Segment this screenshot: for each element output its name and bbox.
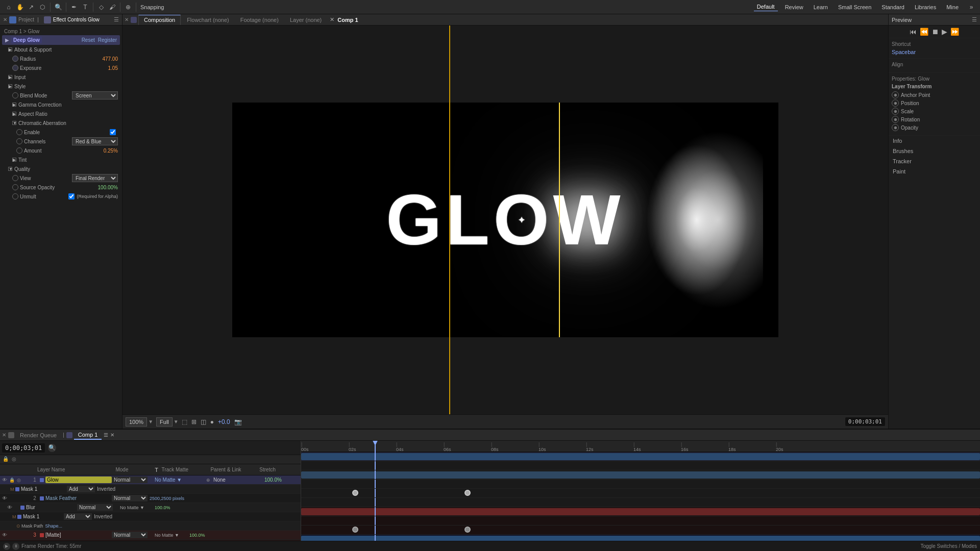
- grid-icon[interactable]: ⊞: [189, 417, 199, 427]
- timeline-solo-icon[interactable]: ◎: [10, 456, 17, 463]
- blur-name[interactable]: Blur: [26, 505, 77, 510]
- zoom-tool[interactable]: 🔍: [53, 2, 63, 12]
- channel-icon[interactable]: ●: [208, 417, 216, 427]
- layer-row-blurmask[interactable]: M Mask 1 Add Inverted: [0, 512, 301, 521]
- deep-glow-header[interactable]: ▶ Deep Glow Reset Register: [2, 35, 120, 45]
- exposure-adjust[interactable]: +0.0: [216, 417, 232, 427]
- layer-row-mask1[interactable]: M Mask 1 Add Inverted: [0, 485, 301, 494]
- workspace-default[interactable]: Default: [754, 3, 778, 11]
- l3-eye[interactable]: 👁: [1, 532, 8, 538]
- comp1-tab[interactable]: Comp 1: [74, 431, 102, 440]
- footage-tab[interactable]: Footage (none): [235, 16, 284, 24]
- exposure-value[interactable]: 1.05: [108, 65, 118, 71]
- style-row[interactable]: ▶ Style: [2, 82, 120, 91]
- quality-control[interactable]: Full: [156, 417, 173, 427]
- render-queue-tab[interactable]: Render Queue: [16, 431, 61, 439]
- comp-tab-comp1[interactable]: Composition: [138, 15, 181, 25]
- l1-name[interactable]: Glow: [45, 477, 112, 483]
- layer-row-maskpath1[interactable]: ⊙ Mask Path Shape...: [0, 521, 301, 531]
- timeline-menu[interactable]: ☰: [104, 432, 108, 438]
- search-icon[interactable]: 🔍: [48, 444, 56, 452]
- brushes-nav[interactable]: Brushes: [889, 146, 980, 156]
- mp1-shape[interactable]: Shape...: [45, 523, 63, 529]
- preview-stop-icon[interactable]: ⏹: [932, 28, 939, 36]
- preview-first-icon[interactable]: ⏮: [910, 28, 917, 36]
- blur-mode[interactable]: Normal: [77, 504, 113, 511]
- pen-tool[interactable]: ✒: [69, 2, 79, 12]
- track-matte[interactable]: [301, 507, 980, 516]
- mask1-mode[interactable]: Add: [67, 486, 95, 492]
- timeline-close[interactable]: ✕: [110, 432, 114, 438]
- enable-checkbox[interactable]: [110, 129, 116, 135]
- preview-next-icon[interactable]: ⏩: [950, 28, 959, 36]
- home-icon[interactable]: ⌂: [4, 2, 14, 12]
- comp-close-x[interactable]: ✕: [125, 17, 129, 22]
- toggle-switches-label[interactable]: Toggle Switches / Modes: [920, 543, 977, 549]
- source-opacity-value[interactable]: 100.00%: [98, 185, 118, 190]
- layer-row-matte[interactable]: 👁 3 [Matte] Normal No Matte ▼ 100.0%: [0, 531, 301, 540]
- composition-canvas[interactable]: G L O ✦ W: [232, 103, 778, 337]
- text-tool[interactable]: T: [80, 2, 90, 12]
- l3-name[interactable]: [Matte]: [45, 532, 112, 538]
- unmult-checkbox[interactable]: [68, 193, 75, 199]
- effect-controls-title[interactable]: Effect Controls Glow: [53, 17, 100, 22]
- preview-title[interactable]: Preview: [892, 17, 912, 23]
- zoom-control[interactable]: 100%: [126, 417, 147, 427]
- track-maskfeather[interactable]: [301, 470, 980, 480]
- reset-button[interactable]: Reset: [82, 37, 95, 43]
- layer-row-maskfeather[interactable]: 👁 2 Mask Feather Normal 2500,2500 pixels: [0, 494, 301, 503]
- about-support-row[interactable]: ▶ About & Support: [2, 45, 120, 54]
- flowchart-tab[interactable]: Flowchart (none): [182, 16, 234, 24]
- layer-row-glow[interactable]: 👁 🔒 ◎ 1 Glow Normal No Matte ▼ ⊕ None 10…: [0, 475, 301, 485]
- project-close[interactable]: ✕: [3, 17, 7, 22]
- keyframe-circle-3[interactable]: [352, 527, 358, 533]
- quality-section-row[interactable]: ▼ Quality: [2, 164, 120, 173]
- mask1-name[interactable]: Mask 1: [21, 486, 67, 492]
- layer-row-blur[interactable]: 👁 Blur Normal No Matte ▼ 100.0%: [0, 503, 301, 512]
- select-tool[interactable]: ⬡: [37, 2, 47, 12]
- workspace-standard[interactable]: Standard: [878, 3, 908, 11]
- workspace-libraries[interactable]: Libraries: [912, 3, 939, 11]
- arrow-tool[interactable]: ↗: [26, 2, 36, 12]
- status-icon1[interactable]: ▶: [3, 543, 10, 550]
- amount-value[interactable]: 0.25%: [104, 148, 118, 154]
- camera-icon[interactable]: 📷: [232, 417, 244, 427]
- workspace-small[interactable]: Small Screen: [835, 3, 874, 11]
- project-label[interactable]: Project: [18, 17, 34, 22]
- brush-tool[interactable]: 🖌: [107, 2, 117, 12]
- blurmask-name[interactable]: Mask 1: [23, 514, 64, 519]
- tracker-nav[interactable]: Tracker: [889, 156, 980, 166]
- panel-menu-icon[interactable]: ☰: [114, 16, 119, 23]
- blurmask-mode[interactable]: Add: [64, 513, 92, 520]
- input-row[interactable]: ▶ Input: [2, 72, 120, 82]
- workspace-more-icon[interactable]: »: [966, 2, 976, 12]
- l2-name[interactable]: Mask Feather: [45, 495, 112, 501]
- blur-eye[interactable]: 👁: [6, 505, 13, 510]
- shortcut-value[interactable]: Spacebar: [892, 49, 977, 55]
- l1-mode[interactable]: Normal: [112, 477, 148, 483]
- chromatic-row[interactable]: ▼ Chromatic Aberration: [2, 118, 120, 128]
- view-dropdown[interactable]: Final Render: [72, 174, 118, 182]
- l1-lock[interactable]: 🔒: [8, 478, 15, 483]
- blend-mode-dropdown[interactable]: Screen Add Normal: [72, 91, 118, 99]
- layer-tab[interactable]: Layer (none): [285, 16, 327, 24]
- track-glow[interactable]: [301, 452, 980, 461]
- l1-solo[interactable]: ◎: [15, 478, 22, 483]
- timeline-lock-icon[interactable]: 🔒: [2, 456, 9, 463]
- radius-value[interactable]: 477.00: [102, 56, 118, 62]
- track-big[interactable]: [301, 535, 980, 541]
- l2-eye[interactable]: 👁: [1, 495, 8, 501]
- shape-tool[interactable]: ◇: [96, 2, 106, 12]
- render-queue-close[interactable]: ✕: [2, 432, 6, 438]
- preview-menu-icon[interactable]: ☰: [972, 16, 977, 23]
- puppet-tool[interactable]: ⊕: [123, 2, 133, 12]
- mask-vis-icon[interactable]: ◫: [199, 417, 208, 427]
- workspace-learn[interactable]: Learn: [811, 3, 831, 11]
- l1-eye[interactable]: 👁: [1, 477, 8, 483]
- timeline-timecode[interactable]: 0;00;03;01: [2, 443, 45, 453]
- status-icon2[interactable]: ⏸: [12, 543, 19, 550]
- info-nav[interactable]: Info: [889, 136, 980, 146]
- l3-mode[interactable]: Normal: [112, 532, 148, 538]
- l2-mode[interactable]: Normal: [112, 495, 148, 502]
- magnify-icon[interactable]: ⬚: [180, 417, 189, 427]
